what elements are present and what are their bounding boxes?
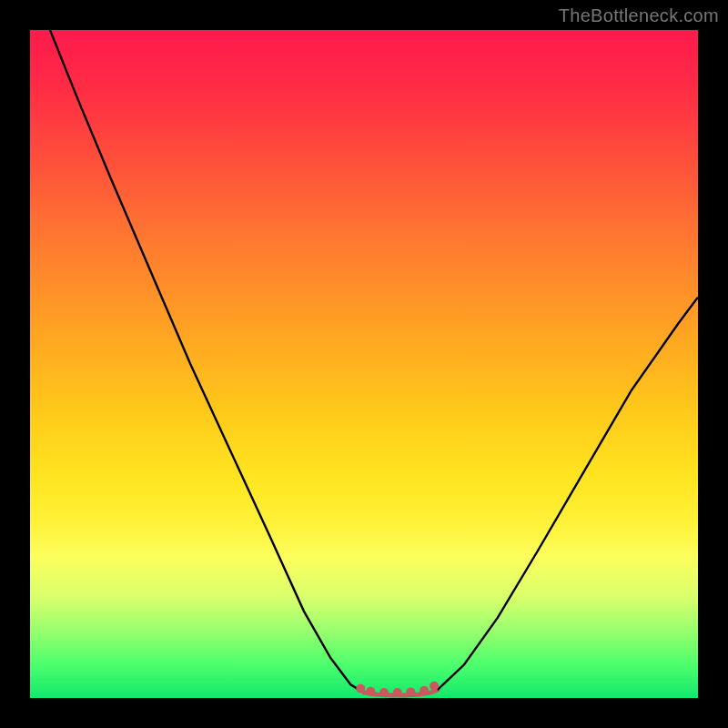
marker-dot	[366, 687, 375, 696]
chart-frame: TheBottleneck.com	[0, 0, 728, 728]
marker-dot	[430, 682, 439, 691]
curve-svg	[30, 30, 698, 698]
marker-dot	[356, 684, 365, 693]
plot-area	[30, 30, 698, 698]
marker-dot	[393, 688, 402, 697]
marker-dot	[379, 688, 389, 697]
curve-right	[438, 298, 698, 691]
curve-left	[50, 30, 364, 693]
marker-dot	[420, 686, 429, 695]
watermark-text: TheBottleneck.com	[559, 5, 719, 26]
marker-dot	[406, 687, 415, 696]
